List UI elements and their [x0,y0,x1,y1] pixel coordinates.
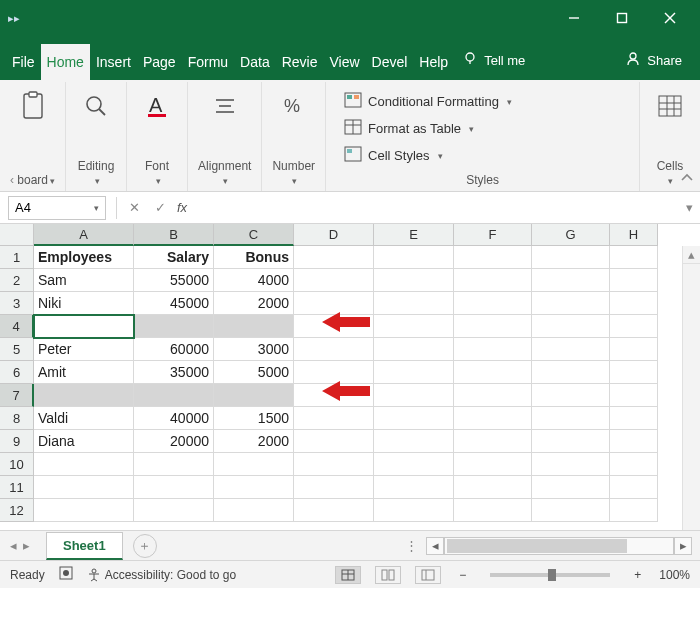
cell-B8[interactable]: 40000 [134,407,214,430]
col-header-A[interactable]: A [34,224,134,246]
row-header-9[interactable]: 9 [0,430,34,453]
expand-formula-bar-button[interactable]: ▾ [678,200,700,215]
cell-H12[interactable] [610,499,658,522]
sheet-nav-next[interactable]: ▸ [23,538,30,553]
col-header-F[interactable]: F [454,224,532,246]
hscroll-left-button[interactable]: ◂ [426,537,444,555]
cell-B12[interactable] [134,499,214,522]
cell-E11[interactable] [374,476,454,499]
cell-A11[interactable] [34,476,134,499]
tab-developer[interactable]: Devel [366,44,414,80]
cell-G2[interactable] [532,269,610,292]
minimize-button[interactable] [552,4,596,32]
row-header-7[interactable]: 7 [0,384,34,407]
cell-F1[interactable] [454,246,532,269]
cell-A12[interactable] [34,499,134,522]
cell-F4[interactable] [454,315,532,338]
cell-C6[interactable]: 5000 [214,361,294,384]
row-header-4[interactable]: 4 [0,315,34,338]
sheet-tab-sheet1[interactable]: Sheet1 [46,532,123,560]
maximize-button[interactable] [600,4,644,32]
zoom-in-button[interactable]: + [630,568,645,582]
collapse-ribbon-button[interactable] [680,172,694,187]
tell-me-search[interactable]: Tell me [454,41,533,80]
cell-C11[interactable] [214,476,294,499]
cell-A4[interactable] [34,315,134,338]
close-button[interactable] [648,4,692,32]
tab-formulas[interactable]: Formu [182,44,234,80]
share-button[interactable]: Share [617,41,690,80]
row-header-1[interactable]: 1 [0,246,34,269]
tab-insert[interactable]: Insert [90,44,137,80]
vertical-scrollbar[interactable]: ▴ [682,246,700,530]
view-page-layout-button[interactable] [375,566,401,584]
row-header-5[interactable]: 5 [0,338,34,361]
cell-H2[interactable] [610,269,658,292]
tab-help[interactable]: Help [413,44,454,80]
cell-C1[interactable]: Bonus [214,246,294,269]
cell-E12[interactable] [374,499,454,522]
cell-B2[interactable]: 55000 [134,269,214,292]
cell-G1[interactable] [532,246,610,269]
cell-E10[interactable] [374,453,454,476]
find-button[interactable] [76,86,116,126]
horizontal-scrollbar[interactable] [444,537,674,555]
row-header-8[interactable]: 8 [0,407,34,430]
col-header-B[interactable]: B [134,224,214,246]
cell-E7[interactable] [374,384,454,407]
zoom-slider[interactable] [490,573,610,577]
cell-A7[interactable] [34,384,134,407]
cell-E3[interactable] [374,292,454,315]
cell-B4[interactable] [134,315,214,338]
cell-G11[interactable] [532,476,610,499]
col-header-D[interactable]: D [294,224,374,246]
cell-C5[interactable]: 3000 [214,338,294,361]
col-header-G[interactable]: G [532,224,610,246]
cell-B5[interactable]: 60000 [134,338,214,361]
fx-icon[interactable]: fx [173,200,191,215]
cell-D9[interactable] [294,430,374,453]
macro-record-icon[interactable] [59,566,73,583]
cell-F6[interactable] [454,361,532,384]
column-headers[interactable]: ABCDEFGH [34,224,700,246]
cell-F5[interactable] [454,338,532,361]
cell-B9[interactable]: 20000 [134,430,214,453]
number-button[interactable]: % [274,86,314,126]
zoom-level[interactable]: 100% [659,568,690,582]
cell-C2[interactable]: 4000 [214,269,294,292]
col-header-H[interactable]: H [610,224,658,246]
font-button[interactable]: A [137,86,177,126]
cell-F10[interactable] [454,453,532,476]
tab-review[interactable]: Revie [276,44,324,80]
cell-G8[interactable] [532,407,610,430]
formula-input[interactable] [191,196,678,220]
cell-D11[interactable] [294,476,374,499]
cell-F12[interactable] [454,499,532,522]
row-headers[interactable]: 123456789101112 [0,246,34,522]
name-box[interactable]: A4 ▾ [8,196,106,220]
cell-G9[interactable] [532,430,610,453]
sheet-nav-prev[interactable]: ◂ [10,538,17,553]
cell-A3[interactable]: Niki [34,292,134,315]
col-header-C[interactable]: C [214,224,294,246]
cell-A8[interactable]: Valdi [34,407,134,430]
cell-B3[interactable]: 45000 [134,292,214,315]
cell-H9[interactable] [610,430,658,453]
cell-H1[interactable] [610,246,658,269]
hscroll-right-button[interactable]: ▸ [674,537,692,555]
cell-H5[interactable] [610,338,658,361]
cell-G7[interactable] [532,384,610,407]
cell-D12[interactable] [294,499,374,522]
cell-A9[interactable]: Diana [34,430,134,453]
cell-F3[interactable] [454,292,532,315]
tab-home[interactable]: Home [41,44,90,80]
qat-more-icon[interactable]: ▸▸ [8,12,20,25]
view-normal-button[interactable] [335,566,361,584]
cell-A2[interactable]: Sam [34,269,134,292]
cell-G6[interactable] [532,361,610,384]
conditional-formatting-button[interactable]: Conditional Formatting▾ [344,90,512,113]
format-as-table-button[interactable]: Format as Table▾ [344,117,512,140]
cell-B11[interactable] [134,476,214,499]
cell-H8[interactable] [610,407,658,430]
cell-D2[interactable] [294,269,374,292]
